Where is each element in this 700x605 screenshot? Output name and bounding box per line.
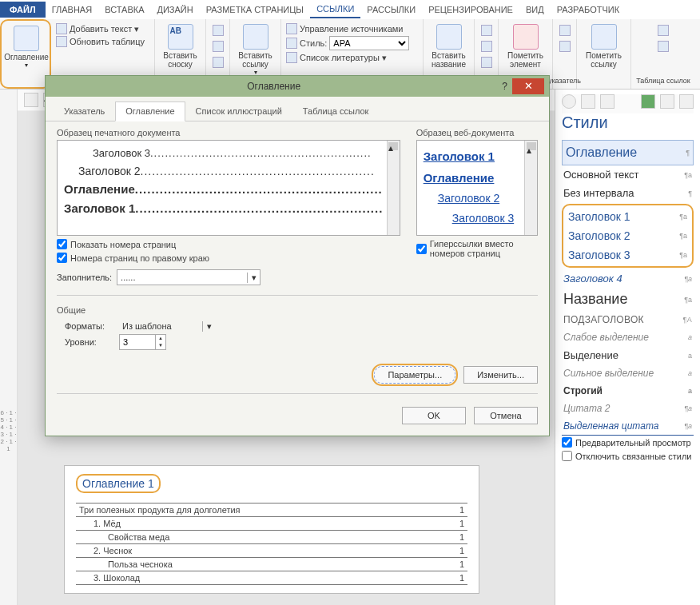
spin-down[interactable]: ▼ [156,342,165,349]
filler-combo[interactable]: ......▾ [117,269,261,285]
tab-view[interactable]: ВИД [519,2,551,18]
preview-web-line[interactable]: Оглавление [424,167,531,189]
dlg-tab-toc[interactable]: Оглавление [115,101,185,121]
web-preview: Заголовок 1ОглавлениеЗаголовок 2Заголово… [416,140,538,236]
index-footer: указатель [548,78,581,86]
preview-print-line: Заголовок 1.............................… [64,199,393,218]
hyperlinks-checkbox[interactable] [416,244,427,254]
style-item[interactable]: Заголовок 3¶a [567,245,689,265]
linked-checkbox[interactable] [562,451,572,461]
close-button[interactable]: ✕ [512,78,544,94]
web-preview-label: Образец веб-документа [416,128,538,137]
tab-file[interactable]: ФАЙЛ [0,2,46,18]
styles-title: Стили [562,113,694,132]
dlg-tab-figures[interactable]: Список иллюстраций [185,101,292,121]
style-item[interactable]: Слабое выделениеa [562,328,694,346]
right-align-row[interactable]: Номера страниц по правому краю [57,253,400,263]
tab-design[interactable]: ДИЗАЙН [150,2,199,18]
toc-row: Три полезных продукта для долголетия1 [76,504,467,517]
show-pages-row[interactable]: Показать номера страниц [57,239,400,249]
hyperlinks-row[interactable]: Гиперссылки вместо номеров страниц [416,239,538,258]
web-scrollbar[interactable]: ▴ [524,141,537,235]
insert-citation-button[interactable]: Вставить ссылку [235,51,276,69]
style-item[interactable]: Заголовок 4¶a [562,269,694,288]
right-align-checkbox[interactable] [57,253,67,263]
preview-web-line[interactable]: Заголовок 1 [424,145,531,167]
style-item[interactable]: Строгийa [562,382,694,400]
heading-group: Заголовок 1¶aЗаголовок 2¶aЗаголовок 3¶a [562,204,694,268]
styles-tool-5[interactable] [679,94,694,109]
cancel-button[interactable]: Отмена [474,407,538,424]
insert-toa-icon[interactable] [658,25,669,36]
preview-checkbox[interactable] [562,437,572,448]
preview-web-line[interactable]: Заголовок 3 [424,209,531,229]
ok-button[interactable]: OK [402,407,466,424]
style-item[interactable]: Цитата 2¶a [562,400,694,417]
style-item[interactable]: Оглавление¶ [562,140,694,165]
print-scrollbar[interactable]: ▴ [387,141,400,235]
toc-group[interactable]: Оглавление ▾ [0,19,51,89]
dialog-titlebar[interactable]: Оглавление ? ✕ [46,76,549,97]
style-item[interactable]: Выделенная цитата¶a [562,417,694,436]
update-table-button[interactable]: Обновить таблицу [56,35,145,48]
tab-layout[interactable]: РАЗМЕТКА СТРАНИЦЫ [200,2,310,18]
chevron-down-icon: ▾ [202,321,215,332]
show-notes-icon[interactable] [213,57,224,68]
update-index-icon[interactable] [559,41,571,52]
qat-icon-1[interactable] [24,93,38,107]
style-item[interactable]: Выделениеa [562,346,694,364]
style-item[interactable]: Основной текст¶a [562,165,694,184]
help-button[interactable]: ? [497,81,512,92]
formats-combo[interactable]: Из шаблона▾ [119,321,215,331]
dlg-tab-authorities[interactable]: Таблица ссылок [292,101,380,121]
dlg-tab-index[interactable]: Указатель [54,101,115,121]
styles-tool-flag[interactable] [641,94,655,109]
styles-tool-3[interactable] [600,94,614,109]
styles-tool-2[interactable] [581,94,595,109]
show-pages-checkbox[interactable] [57,239,67,249]
insert-caption-button[interactable]: Вставить название [428,51,469,69]
tab-references[interactable]: ССЫЛКИ [310,1,360,18]
linked-checkbox-row[interactable]: Отключить связанные стили [562,449,694,463]
preview-web-line[interactable]: Заголовок 2 [424,189,531,209]
bibliography-button[interactable]: Список литературы ▾ [286,51,387,64]
spin-up[interactable]: ▲ [156,335,165,342]
styles-tool-4[interactable] [660,94,674,109]
insert-footnote-button[interactable]: Вставить сноску [160,51,201,69]
options-button[interactable]: Параметры... [374,366,455,384]
mark-entry-icon [513,24,539,50]
crossref-icon[interactable] [481,57,492,68]
style-item[interactable]: Подзаголовок¶a [562,311,694,328]
endnote-icon[interactable] [213,25,224,36]
style-item[interactable]: Заголовок 1¶a [567,207,689,226]
page-toc: Три полезных продукта для долголетия11. … [76,503,467,585]
mark-entry-button[interactable]: Пометить элемент [503,51,547,69]
mark-citation-button[interactable]: Пометить ссылку [582,51,626,69]
update-toa-icon[interactable] [658,41,669,52]
insert-index-icon[interactable] [559,25,571,36]
tab-home[interactable]: ГЛАВНАЯ [46,2,98,18]
toc-figures-icon[interactable] [481,25,492,36]
toc-icon [14,26,39,51]
style-item[interactable]: Название¶a [562,288,694,311]
vertical-ruler: 6 · 1 · 5 · 1 · 4 · 1 · 3 · 1 · 2 · 1 · … [0,90,18,605]
tab-review[interactable]: РЕЦЕНЗИРОВАНИЕ [422,2,519,18]
update-figures-icon[interactable] [481,41,492,52]
style-item[interactable]: Заголовок 2¶a [567,226,689,245]
levels-spinner[interactable]: ▲▼ [119,334,166,350]
add-text-button[interactable]: Добавить текст ▾ [56,22,139,35]
next-footnote-icon[interactable] [213,41,224,52]
style-item[interactable]: Без интервала¶ [562,184,694,202]
preview-checkbox-row[interactable]: Предварительный просмотр [562,436,694,449]
tab-insert[interactable]: ВСТАВКА [98,2,150,18]
manage-sources-button[interactable]: Управление источниками [286,22,403,35]
levels-input[interactable] [120,335,155,349]
add-text-icon [56,23,67,34]
citation-style-select[interactable]: APA [329,36,409,50]
tab-developer[interactable]: РАЗРАБОТЧИК [551,2,626,18]
style-item[interactable]: Сильное выделениеa [562,364,694,382]
modify-button[interactable]: Изменить... [463,366,538,384]
tab-mailings[interactable]: РАССЫЛКИ [360,2,422,18]
dialog-title: Оглавление [50,81,497,92]
styles-tool-1[interactable] [562,94,576,109]
